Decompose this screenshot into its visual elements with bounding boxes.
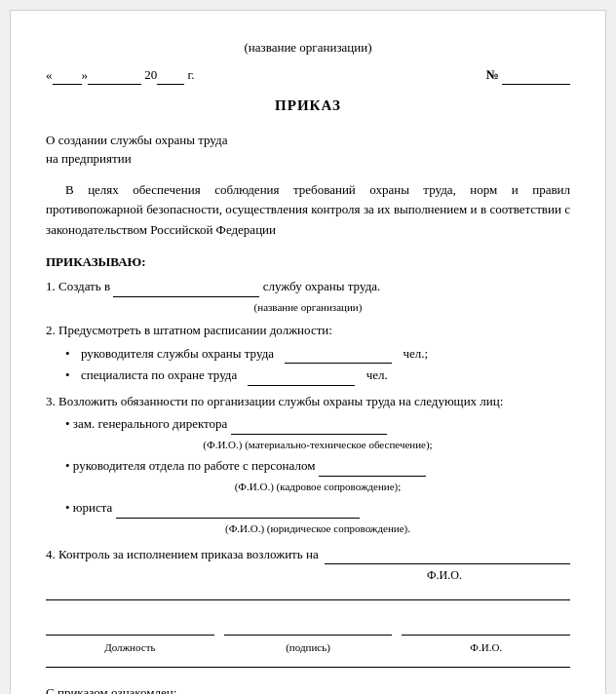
bullet4-sub: (Ф.И.О.) (кадровое сопровождение); bbox=[65, 479, 570, 495]
acquaint-sig-col: (подпись) bbox=[186, 675, 373, 694]
item1-sub: (название организации) bbox=[46, 299, 570, 316]
acquaint-section: С приказом ознакомлен: (подпись) Ф.И.О. bbox=[46, 675, 570, 694]
item1-pre: 1. Создать в bbox=[46, 279, 110, 293]
sig-position-line bbox=[46, 616, 214, 636]
bullet-sym-3: • bbox=[65, 416, 70, 431]
bullet1-pre: руководителя службы охраны труда bbox=[81, 344, 274, 365]
acquaint-fio-col: Ф.И.О. bbox=[383, 675, 570, 694]
item4-pre: 4. Контроль за исполнением приказа возло… bbox=[46, 545, 319, 564]
acquaint-sig-line bbox=[186, 675, 373, 694]
acquaint-label: С приказом ознакомлен: bbox=[46, 675, 176, 694]
item4-fio-label: Ф.И.О. bbox=[427, 568, 462, 582]
bullet-item-4: • руководителя отдела по работе с персон… bbox=[65, 456, 570, 477]
bullet2-fill bbox=[248, 366, 355, 386]
sig-fio-label: Ф.И.О. bbox=[470, 641, 502, 653]
date-number-row: « » 20 г. № bbox=[46, 65, 570, 86]
order-item-3: 3. Возложить обязанности по организации … bbox=[46, 392, 570, 411]
date-year-text: 20 bbox=[144, 67, 157, 82]
bullet-sym-1: • bbox=[65, 344, 77, 365]
date-day-line bbox=[53, 65, 82, 86]
bullet3-pre: зам. генерального директора bbox=[73, 416, 228, 431]
item1-post: службу охраны труда. bbox=[263, 279, 381, 293]
divider-line-2 bbox=[46, 667, 570, 668]
number-label: № bbox=[486, 67, 499, 82]
bullet4-pre: руководителя отдела по работе с персонал… bbox=[73, 458, 316, 473]
acquaint-fields: (подпись) Ф.И.О. bbox=[186, 675, 570, 694]
bullet-sym-5: • bbox=[65, 500, 70, 515]
bullet2-pre: специалиста по охране труда bbox=[81, 366, 237, 386]
acquaint-fio-line bbox=[383, 675, 570, 694]
sig-fio-line bbox=[402, 616, 570, 636]
bullet1-post: чел.; bbox=[404, 344, 429, 365]
bullet-sym-2: • bbox=[65, 366, 77, 386]
sig-col-position: Должность bbox=[46, 616, 214, 657]
sig-signature-label: (подпись) bbox=[286, 641, 330, 653]
subject-line2: на предприятии bbox=[46, 149, 570, 169]
subject-block: О создании службы охраны труда на предпр… bbox=[46, 131, 570, 169]
org-name-label: (название организации) bbox=[245, 40, 372, 55]
bullet-item-1: • руководителя службы охраны труда чел.; bbox=[65, 344, 570, 365]
date-year-line bbox=[157, 65, 184, 86]
sig-position-label: Должность bbox=[104, 641, 155, 653]
item4-fill bbox=[325, 544, 570, 564]
sig-signature-line bbox=[224, 616, 393, 636]
divider-line bbox=[46, 599, 570, 600]
bullet3-sub: (Ф.И.О.) (материально-техническое обеспе… bbox=[65, 437, 570, 453]
bullet4-fill bbox=[319, 456, 426, 477]
bullet-item-2: • специалиста по охране труда чел. bbox=[65, 366, 570, 386]
signature-row: Должность (подпись) Ф.И.О. bbox=[46, 616, 570, 657]
bullet-item-5: • юриста bbox=[65, 498, 570, 519]
order-item-2: 2. Предусмотреть в штатном расписании до… bbox=[46, 321, 570, 340]
bullet2-post: чел. bbox=[366, 366, 388, 386]
bullet-item-3: • зам. генерального директора bbox=[65, 414, 570, 435]
bullet1-fill bbox=[285, 344, 392, 365]
document-title: ПРИКАЗ bbox=[46, 95, 570, 117]
bullet-sym-4: • bbox=[65, 458, 70, 473]
sig-col-fio: Ф.И.О. bbox=[402, 616, 570, 657]
number-block: № bbox=[486, 65, 570, 86]
document-page: (название организации) « » 20 г. № ПРИКА… bbox=[10, 10, 606, 694]
body-paragraph: В целях обеспечения соблюдения требовани… bbox=[46, 180, 570, 241]
order-heading: ПРИКАЗЫВАЮ: bbox=[46, 252, 570, 272]
bullet5-sub: (Ф.И.О.) (юридическое сопровождение). bbox=[65, 520, 570, 537]
order-item-1: 1. Создать в службу охраны труда. bbox=[46, 277, 570, 297]
subject-line1: О создании службы охраны труда bbox=[46, 131, 570, 150]
item1-fill bbox=[113, 277, 259, 297]
bullet5-fill bbox=[116, 498, 360, 519]
date-block: « » 20 г. bbox=[46, 65, 195, 86]
number-line bbox=[502, 65, 570, 86]
sig-col-signature: (подпись) bbox=[224, 616, 393, 657]
order-item-4-row: 4. Контроль за исполнением приказа возло… bbox=[46, 544, 570, 564]
item4-sub: Ф.И.О. bbox=[46, 566, 570, 584]
bullet3-fill bbox=[231, 414, 387, 435]
date-g: г. bbox=[188, 67, 195, 82]
org-name-header: (название организации) bbox=[46, 38, 570, 58]
date-month-line bbox=[88, 65, 141, 86]
bullet5-pre: юриста bbox=[73, 500, 113, 515]
